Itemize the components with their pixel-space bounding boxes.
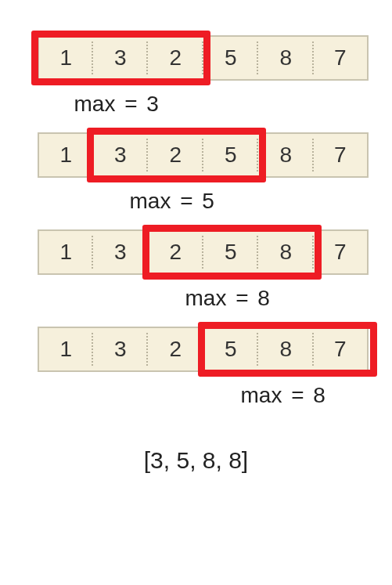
max-keyword: max bbox=[130, 189, 171, 213]
max-keyword: max bbox=[241, 383, 282, 407]
array-cell: 3 bbox=[93, 35, 149, 81]
sliding-window-steps: 132587max = 3132587max = 5132587max = 81… bbox=[23, 35, 369, 408]
array-cell: 1 bbox=[38, 132, 93, 178]
array-cell: 7 bbox=[314, 35, 369, 81]
array-cell: 3 bbox=[93, 229, 149, 275]
array-cell: 7 bbox=[314, 132, 369, 178]
max-label: max = 3 bbox=[74, 92, 369, 117]
array-cell: 2 bbox=[148, 229, 203, 275]
array-cell: 1 bbox=[38, 327, 93, 372]
max-label: max = 8 bbox=[185, 286, 369, 311]
step-1: 132587 bbox=[23, 35, 369, 81]
array-cell: 2 bbox=[148, 327, 203, 372]
array-cell: 5 bbox=[203, 229, 259, 275]
step-3: 132587 bbox=[23, 229, 369, 275]
step-4: 132587 bbox=[23, 327, 369, 372]
result-array: [3, 5, 8, 8] bbox=[23, 447, 369, 474]
array-row: 132587 bbox=[38, 35, 369, 81]
max-value: 3 bbox=[146, 92, 159, 116]
max-keyword: max bbox=[185, 286, 227, 310]
array-cell: 8 bbox=[258, 229, 314, 275]
array-row: 132587 bbox=[38, 132, 369, 178]
max-keyword: max bbox=[74, 92, 116, 116]
max-value: 8 bbox=[257, 286, 270, 310]
array-row: 132587 bbox=[38, 229, 369, 275]
array-row: 132587 bbox=[38, 327, 369, 372]
equals-sign: = bbox=[285, 383, 310, 407]
max-value: 8 bbox=[313, 383, 325, 407]
equals-sign: = bbox=[174, 189, 199, 213]
equals-sign: = bbox=[118, 92, 143, 116]
array-cell: 1 bbox=[38, 35, 93, 81]
array-cell: 8 bbox=[258, 35, 314, 81]
array-cell: 5 bbox=[203, 132, 259, 178]
array-cell: 1 bbox=[38, 229, 93, 275]
array-cell: 5 bbox=[203, 327, 259, 372]
array-cell: 8 bbox=[258, 327, 314, 372]
array-cell: 3 bbox=[93, 327, 149, 372]
array-cell: 2 bbox=[148, 132, 203, 178]
step-2: 132587 bbox=[23, 132, 369, 178]
max-value: 5 bbox=[202, 189, 214, 213]
array-cell: 7 bbox=[314, 327, 369, 372]
max-label: max = 5 bbox=[130, 189, 369, 214]
array-cell: 2 bbox=[148, 35, 203, 81]
array-cell: 8 bbox=[258, 132, 314, 178]
array-cell: 5 bbox=[203, 35, 259, 81]
array-cell: 3 bbox=[93, 132, 149, 178]
array-cell: 7 bbox=[314, 229, 369, 275]
max-label: max = 8 bbox=[241, 383, 369, 408]
equals-sign: = bbox=[229, 286, 254, 310]
